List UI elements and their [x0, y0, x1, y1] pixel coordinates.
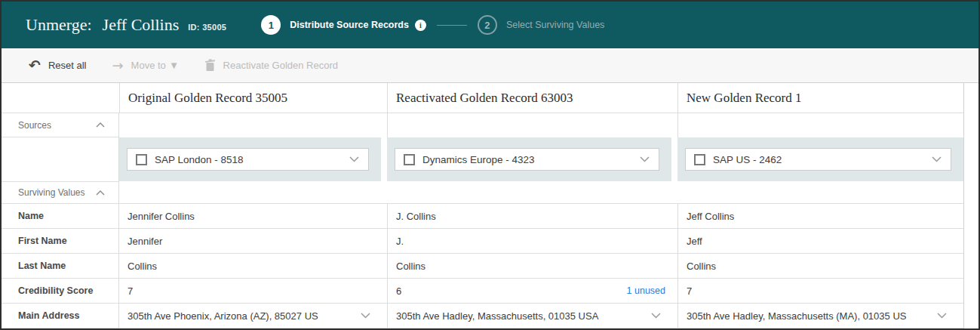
attribute-row-main-address: Main Address 305th Ave Phoenix, Arizona …: [2, 304, 978, 328]
scrollbar-gutter: [963, 83, 978, 113]
row-label-first-name: First Name: [2, 229, 119, 254]
address-dropdown-new[interactable]: 305th Ave Hadley, Massachusetts (MA), 01…: [677, 304, 963, 328]
chevron-down-icon: [937, 313, 947, 319]
chevron-down-icon: [640, 156, 650, 162]
source-band: SAP US - 2462: [677, 137, 963, 181]
chevron-up-icon: [96, 122, 105, 128]
source-band-reactivated: Dynamics Europe - 4323: [387, 137, 677, 181]
source-dropdown-dynamics-europe[interactable]: Dynamics Europe - 4323: [395, 148, 659, 171]
sources-label: Sources: [18, 120, 51, 131]
scrollbar-gutter: [963, 181, 978, 204]
reset-all-label: Reset all: [48, 60, 87, 71]
value-name-original: Jennifer Collins: [119, 204, 387, 229]
scrollbar-gutter: [963, 304, 978, 328]
sources-row-spacer: [119, 113, 387, 137]
unused-values-link[interactable]: 1 unused: [627, 285, 665, 296]
source-checkbox[interactable]: [694, 154, 705, 165]
address-dropdown-original[interactable]: 305th Ave Phoenix, Arizona (AZ), 85027 U…: [119, 304, 387, 328]
scrollbar-gutter: [963, 279, 978, 304]
value-last-name-reactivated: Collins: [387, 254, 677, 279]
source-dropdown-sap-london[interactable]: SAP London - 8518: [127, 148, 369, 171]
column-header-row: Original Golden Record 35005 Reactivated…: [2, 83, 978, 113]
value-last-name-original: Collins: [119, 254, 387, 279]
sources-section-row: Sources: [2, 113, 978, 137]
column-header-reactivated: Reactivated Golden Record 63003: [387, 83, 677, 113]
column-header-original: Original Golden Record 35005: [119, 83, 387, 113]
source-band-spacer: [2, 137, 119, 181]
row-label-name: Name: [2, 204, 119, 229]
wizard-steps: 1 Distribute Source Records i 2 Select S…: [261, 15, 604, 35]
sources-row-spacer: [677, 113, 963, 137]
column-header-spacer: [2, 83, 119, 113]
column-title: New Golden Record 1: [678, 91, 802, 106]
value-credibility-reactivated: 6 1 unused: [387, 279, 677, 304]
source-band-new: SAP US - 2462: [677, 137, 963, 181]
source-label: Dynamics Europe - 4323: [422, 154, 640, 165]
info-icon[interactable]: i: [415, 20, 426, 31]
source-band-original: SAP London - 8518: [119, 137, 387, 181]
reactivate-golden-record-button[interactable]: Reactivate Golden Record: [204, 59, 338, 72]
source-records-row: SAP London - 8518 Dynamics Europe - 4323…: [2, 137, 978, 181]
scrollbar-gutter: [963, 113, 978, 137]
source-label: SAP US - 2462: [713, 154, 932, 165]
unmerge-title-label: Unmerge:: [26, 15, 92, 35]
address-value: 305th Ave Hadley, Massachusetts, 01035 U…: [396, 310, 598, 322]
surviving-row-spacer: [677, 181, 963, 204]
record-name: Jeff Collins: [103, 15, 180, 35]
undo-icon: ↶: [29, 58, 41, 72]
move-to-label: Move to: [131, 60, 166, 71]
chevron-down-icon: [361, 313, 370, 319]
source-dropdown-sap-us[interactable]: SAP US - 2462: [685, 148, 951, 171]
row-label-main-address: Main Address: [2, 304, 119, 328]
action-toolbar: ↶ Reset all → Move to ▼ Reactivate Golde…: [2, 48, 978, 83]
surviving-row-spacer: [119, 181, 387, 204]
step-connector-line: [437, 25, 467, 26]
move-to-button[interactable]: → Move to ▼: [112, 59, 177, 72]
page-title: Unmerge: Jeff Collins ID: 35005: [26, 15, 226, 35]
source-checkbox[interactable]: [404, 154, 415, 165]
reset-all-button[interactable]: ↶ Reset all: [29, 58, 87, 72]
value-credibility-new: 7: [677, 279, 963, 304]
record-id: ID: 35005: [188, 23, 226, 32]
chevron-down-icon: [932, 156, 942, 162]
chevron-down-icon: [349, 156, 359, 162]
chevron-down-icon: [651, 313, 661, 319]
column-title: Original Golden Record 35005: [120, 91, 287, 106]
step-distribute-source-records[interactable]: 1 Distribute Source Records i: [261, 15, 426, 35]
source-band: Dynamics Europe - 4323: [387, 137, 671, 181]
row-label-credibility-score: Credibility Score: [2, 279, 119, 304]
address-dropdown-reactivated[interactable]: 305th Ave Hadley, Massachusetts, 01035 U…: [387, 304, 677, 328]
value-name-reactivated: J. Collins: [387, 204, 677, 229]
chevron-up-icon: [96, 190, 105, 196]
attribute-row-last-name: Last Name Collins Collins Collins: [2, 254, 978, 279]
surviving-values-section-toggle[interactable]: Surviving Values: [2, 181, 119, 204]
address-value: 305th Ave Phoenix, Arizona (AZ), 85027 U…: [127, 310, 318, 322]
step-1-label: Distribute Source Records: [290, 20, 409, 30]
step-2-circle: 2: [478, 15, 497, 35]
value-last-name-new: Collins: [677, 254, 963, 279]
address-value: 305th Ave Hadley, Massachusetts (MA), 01…: [687, 310, 906, 322]
attribute-row-credibility-score: Credibility Score 7 6 1 unused 7: [2, 279, 978, 304]
step-1-circle: 1: [261, 15, 281, 35]
value-first-name-new: Jeff: [677, 229, 963, 254]
surviving-values-section-row: Surviving Values: [2, 181, 978, 204]
unmerge-window: Unmerge: Jeff Collins ID: 35005 1 Distri…: [0, 0, 980, 330]
caret-down-icon: ▼: [171, 61, 177, 69]
sources-row-spacer: [387, 113, 677, 137]
value-first-name-original: Jennifer: [119, 229, 387, 254]
source-label: SAP London - 8518: [155, 154, 349, 165]
sources-section-toggle[interactable]: Sources: [2, 113, 119, 137]
source-checkbox[interactable]: [136, 154, 147, 165]
trash-icon: [204, 59, 216, 72]
column-header-new: New Golden Record 1: [677, 83, 963, 113]
scrollbar-gutter: [963, 229, 978, 254]
surviving-row-spacer: [387, 181, 677, 204]
column-title: Reactivated Golden Record 63003: [388, 91, 573, 106]
scrollbar-gutter: [963, 254, 978, 279]
attribute-row-name: Name Jennifer Collins J. Collins Jeff Co…: [2, 204, 978, 229]
step-select-surviving-values[interactable]: 2 Select Surviving Values: [478, 15, 604, 35]
scrollbar-gutter: [963, 137, 978, 181]
surviving-values-label: Surviving Values: [18, 187, 85, 198]
attribute-row-first-name: First Name Jennifer J. Jeff: [2, 229, 978, 254]
reactivate-label: Reactivate Golden Record: [223, 60, 338, 71]
